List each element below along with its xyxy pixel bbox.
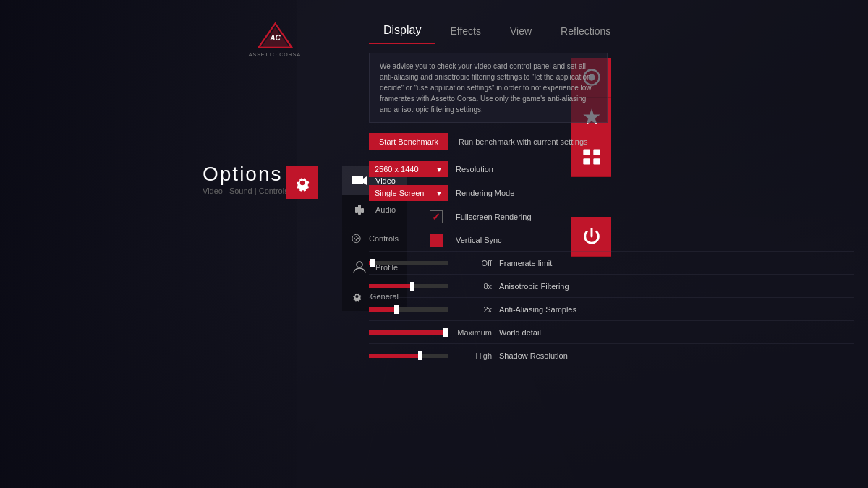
dropdown-arrow: ▼: [435, 166, 443, 174]
tab-reflections[interactable]: Reflections: [546, 20, 625, 44]
options-label: Options: [203, 163, 283, 186]
logo-text: ASSETTO CORSA: [249, 52, 301, 57]
vsync-toggle-container: [369, 234, 448, 247]
framerate-label: Framerate limit: [499, 259, 854, 267]
world-detail-slider[interactable]: [369, 330, 448, 335]
logo-area: AC ASSETTO CORSA: [246, 22, 304, 61]
logo-icon: AC: [255, 22, 295, 51]
fullscreen-checkbox-container: ✓: [369, 210, 448, 223]
tab-view[interactable]: View: [495, 20, 546, 44]
shadow-resolution-slider[interactable]: [369, 354, 448, 358]
svg-rect-17: [358, 205, 361, 215]
gear-active-icon[interactable]: [286, 166, 318, 199]
setting-row-antialiasing: 2x Anti-Aliasing Samples: [369, 298, 854, 321]
main-content: Display Effects View Reflections We advi…: [369, 18, 854, 367]
svg-rect-18: [361, 208, 364, 213]
svg-text:AC: AC: [269, 34, 281, 42]
svg-rect-14: [352, 176, 363, 184]
svg-point-20: [354, 237, 355, 239]
setting-row-shadow-resolution: High Shadow Resolution: [369, 344, 854, 367]
fullscreen-label: Fullscreen Rendering: [456, 213, 854, 221]
setting-row-fullscreen: ✓ Fullscreen Rendering: [369, 205, 854, 228]
svg-point-23: [356, 236, 357, 237]
vsync-toggle[interactable]: [430, 234, 443, 247]
anisotropic-slider[interactable]: [369, 284, 448, 288]
antialiasing-value: 2x: [456, 305, 492, 314]
resolution-label: Resolution: [456, 165, 854, 174]
info-text: We advise you to check your video card c…: [380, 62, 592, 114]
setting-row-rendering-mode: Single Screen ▼ Rendering Mode: [369, 181, 854, 205]
setting-row-framerate: Off Framerate limit: [369, 252, 854, 275]
antialiasing-label: Anti-Aliasing Samples: [499, 305, 854, 314]
svg-point-21: [357, 237, 359, 239]
framerate-value: Off: [456, 259, 492, 267]
shadow-resolution-value: High: [456, 351, 492, 360]
svg-point-22: [356, 239, 357, 241]
vsync-label: Vertical Sync: [456, 236, 854, 244]
rendering-mode-dropdown[interactable]: Single Screen ▼: [369, 185, 448, 201]
rendering-mode-label: Rendering Mode: [456, 189, 854, 197]
world-detail-value: Maximum: [456, 328, 492, 337]
anisotropic-value: 8x: [456, 282, 492, 291]
benchmark-row: Start Benchmark Run benchmark with curre…: [369, 133, 854, 150]
info-box: We advise you to check your video card c…: [369, 53, 608, 123]
shadow-resolution-label: Shadow Resolution: [499, 351, 854, 360]
tab-effects[interactable]: Effects: [435, 20, 495, 44]
dropdown-arrow-2: ▼: [435, 189, 443, 197]
setting-row-resolution: 2560 x 1440 ▼ Resolution: [369, 158, 854, 181]
antialiasing-slider[interactable]: [369, 307, 448, 312]
tabs: Display Effects View Reflections: [369, 18, 854, 44]
tab-display[interactable]: Display: [369, 18, 435, 44]
benchmark-description: Run benchmark with current settings: [459, 137, 588, 146]
settings-area: Start Benchmark Run benchmark with curre…: [369, 133, 854, 367]
world-detail-label: World detail: [499, 328, 854, 337]
resolution-dropdown[interactable]: 2560 x 1440 ▼: [369, 161, 448, 177]
svg-rect-16: [355, 207, 358, 213]
setting-row-vsync: Vertical Sync: [369, 228, 854, 252]
anisotropic-label: Anisotropic Filtering: [499, 282, 854, 291]
framerate-slider[interactable]: [369, 261, 448, 265]
svg-point-24: [357, 262, 362, 267]
fullscreen-checkbox[interactable]: ✓: [430, 210, 443, 223]
setting-row-anisotropic: 8x Anisotropic Filtering: [369, 275, 854, 298]
start-benchmark-button[interactable]: Start Benchmark: [369, 133, 448, 150]
setting-row-world-detail: Maximum World detail: [369, 321, 854, 344]
svg-marker-15: [363, 176, 367, 185]
